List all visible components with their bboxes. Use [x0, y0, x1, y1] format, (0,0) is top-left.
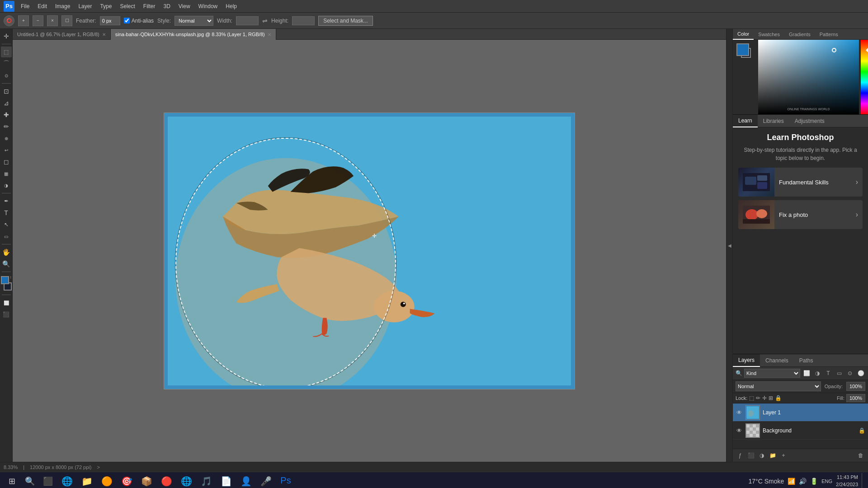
lock-transparent-icon[interactable]: ⬚ [749, 395, 754, 401]
style-select[interactable]: Normal Fixed Ratio Fixed Size [175, 16, 213, 26]
quick-mask-tool[interactable]: ⬜ [1, 297, 12, 308]
type-filter-icon[interactable]: T [824, 369, 833, 378]
color-fg-swatch[interactable] [736, 43, 749, 56]
close-tab-main[interactable]: ✕ [268, 32, 271, 37]
menu-edit[interactable]: Edit [34, 2, 51, 10]
quick-select-tool[interactable]: ⊙ [1, 70, 12, 81]
filter-toggle[interactable]: ⚪ [856, 369, 865, 378]
tab-learn[interactable]: Learn [733, 115, 758, 127]
pixel-filter-icon[interactable]: ⬜ [802, 369, 811, 378]
lock-image-icon[interactable]: ✏ [756, 395, 760, 401]
menu-select[interactable]: Select [116, 2, 138, 10]
new-group-button[interactable]: 📁 [768, 451, 777, 460]
tab-adjustments[interactable]: Adjustments [789, 115, 830, 127]
add-mask-button[interactable]: ⬛ [746, 451, 755, 460]
taskbar-app1[interactable]: 🔴 [157, 473, 175, 488]
tab-layers[interactable]: Layers [733, 354, 760, 367]
taskbar-clock[interactable]: 11:43 PM 2/24/2023 [836, 474, 858, 488]
taskbar-file-explorer[interactable]: 📁 [78, 473, 96, 488]
feather-input[interactable] [100, 16, 120, 25]
taskbar-lang[interactable]: ENG [821, 479, 832, 484]
eyedropper-tool[interactable]: ⊿ [1, 98, 12, 108]
fix-photo-card[interactable]: Fix a photo › [738, 200, 863, 229]
new-layer-button[interactable]: + [779, 451, 788, 460]
selection-mode[interactable]: ☐ [61, 15, 72, 26]
panel-collapse-button[interactable]: ◀ [726, 29, 732, 462]
menu-type[interactable]: Type [96, 2, 115, 10]
fundamental-skills-card[interactable]: Fundamental Skills › [738, 168, 863, 197]
menu-layer[interactable]: Layer [75, 2, 95, 10]
fill-input[interactable]: 100% [846, 394, 865, 402]
lock-all-icon[interactable]: 🔒 [775, 395, 782, 401]
swap-dimensions-icon[interactable]: ⇌ [262, 17, 268, 24]
delete-layer-button[interactable]: 🗑 [856, 451, 865, 460]
move-tool[interactable]: ✛ [1, 31, 12, 42]
menu-filter[interactable]: Filter [140, 2, 159, 10]
history-brush-tool[interactable]: ↩ [1, 145, 12, 155]
adjustment-filter-icon[interactable]: ◑ [813, 369, 822, 378]
selection-subtract[interactable]: − [33, 15, 43, 26]
menu-help[interactable]: Help [222, 2, 241, 10]
foreground-color-swatch[interactable] [1, 276, 9, 284]
taskbar-settings[interactable]: 🎯 [118, 473, 136, 488]
gradient-tool[interactable]: ▦ [1, 168, 12, 179]
taskbar-package[interactable]: 📦 [137, 473, 156, 488]
add-layer-style-button[interactable]: ƒ [736, 451, 745, 460]
taskbar-mic[interactable]: 🎤 [257, 473, 275, 488]
blend-mode-select[interactable]: Normal [736, 381, 821, 391]
layer-kind-select[interactable]: Kind [744, 369, 800, 378]
close-tab-untitled[interactable]: ✕ [102, 32, 106, 37]
taskbar-volume-icon[interactable]: 🔊 [799, 478, 807, 485]
new-adjustment-button[interactable]: ◑ [757, 451, 766, 460]
taskbar-store[interactable]: 🟠 [98, 473, 116, 488]
screen-mode-tool[interactable]: ⬛ [1, 309, 12, 320]
lock-artboard-icon[interactable]: ⊞ [769, 395, 773, 401]
healing-tool[interactable]: ✚ [1, 109, 12, 120]
selection-add[interactable]: + [18, 15, 29, 26]
tab-color[interactable]: Color [733, 29, 754, 40]
taskbar-task-view[interactable]: ⬛ [40, 473, 56, 488]
select-and-mask-button[interactable]: Select and Mask... [318, 16, 373, 26]
menu-image[interactable]: Image [52, 2, 74, 10]
taskbar-network-icon[interactable]: 📶 [788, 478, 795, 485]
path-select-tool[interactable]: ↖ [1, 219, 12, 230]
color-picker-dot[interactable] [832, 48, 836, 52]
menu-3d[interactable]: 3D [160, 2, 174, 10]
tab-paths[interactable]: Paths [794, 354, 819, 367]
tab-patterns[interactable]: Patterns [815, 29, 843, 40]
selection-intersect[interactable]: × [47, 15, 58, 26]
status-arrow[interactable]: > [97, 465, 99, 470]
opacity-input[interactable]: 100% [846, 382, 865, 391]
taskbar-search[interactable]: 🔍 [22, 473, 38, 488]
swap-colors-icon[interactable]: ↕ [10, 275, 12, 279]
canvas-tab-main[interactable]: sina-bahar-QDkvLKXHYhk-unsplash.jpg @ 8.… [111, 29, 276, 40]
shape-filter-icon[interactable]: ▭ [835, 369, 844, 378]
windows-start-button[interactable]: ⊞ [4, 473, 20, 488]
anti-alias-checkbox-label[interactable]: Anti-alias [124, 18, 154, 24]
menu-window[interactable]: Window [195, 2, 222, 10]
taskbar-ps-app[interactable]: Ps [277, 473, 295, 488]
canvas-tab-untitled[interactable]: Untitled-1 @ 66.7% (Layer 1, RGB/8) ✕ [13, 29, 111, 40]
layer-row-layer1[interactable]: 👁 Layer 1 [733, 404, 868, 422]
lasso-tool[interactable]: ⌒ [1, 58, 12, 69]
zoom-tool[interactable]: 🔍 [1, 258, 12, 269]
tab-libraries[interactable]: Libraries [758, 115, 789, 127]
lock-position-icon[interactable]: ✛ [762, 395, 767, 401]
canvas-viewport[interactable]: ✛ [13, 40, 726, 462]
shape-tool[interactable]: ▭ [1, 231, 12, 242]
taskbar-user[interactable]: 👤 [237, 473, 255, 488]
brush-tool[interactable]: ✏ [1, 121, 12, 132]
tab-swatches[interactable]: Swatches [754, 29, 784, 40]
height-input[interactable] [292, 16, 315, 25]
menu-view[interactable]: View [175, 2, 194, 10]
menu-file[interactable]: File [17, 2, 33, 10]
background-visibility-toggle[interactable]: 👁 [736, 427, 743, 434]
pen-tool[interactable]: ✒ [1, 196, 12, 206]
taskbar-music[interactable]: 🎵 [197, 473, 215, 488]
taskbar-chrome[interactable]: 🌐 [177, 473, 195, 488]
selection-tool-ellipse[interactable]: ⭕ [4, 15, 14, 26]
tab-gradients[interactable]: Gradients [784, 29, 815, 40]
layer1-visibility-toggle[interactable]: 👁 [736, 409, 743, 416]
clone-tool[interactable]: ⊕ [1, 133, 12, 144]
color-picker-gradient[interactable]: ONLINE TRAININGS WORLD [758, 40, 859, 114]
